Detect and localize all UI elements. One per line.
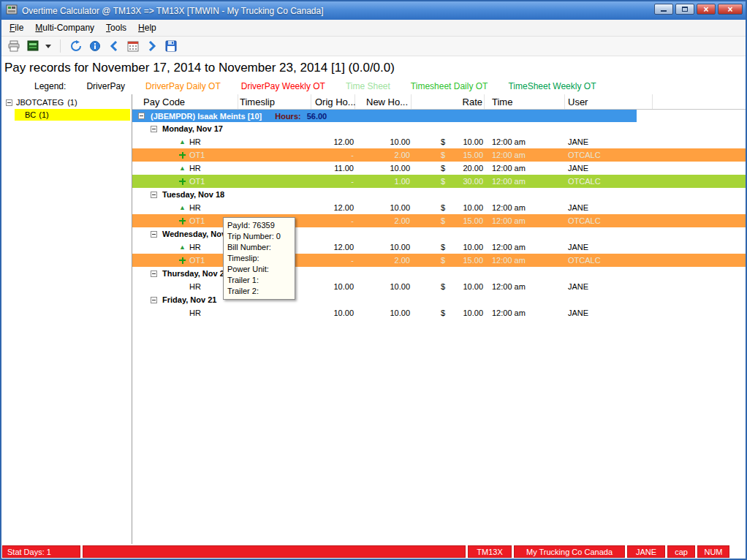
tooltip-line: Timeslip: bbox=[227, 253, 291, 264]
user-cell: JANE bbox=[565, 137, 653, 146]
plus-icon bbox=[179, 257, 186, 264]
user-cell: OTCALC bbox=[565, 177, 653, 186]
pay-record-row[interactable]: ▲HR12.0010.00$10.0012:00 amJANE bbox=[132, 135, 746, 148]
dropdown-arrow-icon bbox=[45, 45, 51, 48]
day-group-row[interactable]: Tuesday, Nov 18 bbox=[132, 188, 746, 201]
day-group-row[interactable]: Monday, Nov 17 bbox=[132, 122, 746, 135]
pay-record-row[interactable]: ▲HR12.0010.00$10.0012:00 amJANE bbox=[132, 201, 746, 214]
new-hours-cell: 10.00 bbox=[355, 243, 412, 251]
no-icon bbox=[179, 284, 186, 290]
refresh-icon bbox=[70, 40, 82, 52]
time-cell: 12:00 am bbox=[485, 151, 565, 159]
close-child-button[interactable]: × bbox=[697, 4, 716, 15]
orig-hours-cell: - bbox=[311, 177, 355, 186]
pay-record-row[interactable]: ▲HR11.0010.00$20.0012:00 amJANE bbox=[132, 162, 746, 175]
tooltip: PayId: 76359Trip Number: 0Bill Number:Ti… bbox=[223, 217, 295, 300]
title-bar: Overtime Calculator @ TM13X => TM13X [TM… bbox=[1, 1, 746, 20]
column-header-user[interactable]: User bbox=[565, 94, 653, 109]
time-cell: 12:00 am bbox=[485, 256, 565, 265]
time-cell: 12:00 am bbox=[485, 243, 565, 251]
new-hours-cell: 10.00 bbox=[355, 137, 412, 146]
column-header-orig-hours[interactable]: Orig Ho... bbox=[311, 94, 355, 109]
collapse-icon[interactable] bbox=[151, 126, 157, 132]
calendar-icon bbox=[127, 40, 139, 52]
print-button[interactable] bbox=[6, 38, 22, 54]
employee-group-row[interactable]: (JBEMPDR) Isaak Meints [10] Hours: 56.00 bbox=[132, 110, 637, 122]
rate-cell: $10.00 bbox=[412, 203, 485, 212]
next-week-button[interactable] bbox=[144, 38, 160, 54]
minimize-button[interactable] bbox=[654, 4, 673, 15]
column-header-timeslip[interactable]: Timeslip bbox=[238, 94, 311, 109]
status-stat-days: Stat Days: 1 bbox=[2, 545, 80, 558]
tooltip-line: Bill Number: bbox=[227, 242, 291, 253]
menu-item-help[interactable]: Help bbox=[132, 20, 162, 35]
collapse-icon[interactable] bbox=[151, 192, 157, 198]
new-hours-cell: 10.00 bbox=[355, 282, 412, 291]
info-button[interactable] bbox=[87, 38, 103, 54]
time-cell: 12:00 am bbox=[485, 164, 565, 173]
pay-code-cell: OT1 bbox=[189, 216, 205, 225]
legend-items: DriverPayDriverPay Daily OTDriverPay Wee… bbox=[86, 81, 596, 91]
status-right: TM13XMy Trucking Co CanadaJANEcapNUM bbox=[468, 545, 729, 558]
tree-item-count: (1) bbox=[67, 98, 77, 107]
tree-item-bc[interactable]: BC (1) bbox=[15, 109, 130, 121]
user-cell: OTCALC bbox=[565, 151, 653, 159]
menu-item-multi-company[interactable]: Multi-Company bbox=[29, 20, 100, 35]
orig-hours-cell: - bbox=[311, 256, 355, 265]
collapse-icon[interactable] bbox=[151, 270, 157, 277]
collapse-icon[interactable] bbox=[138, 113, 145, 119]
orig-hours-cell: 10.00 bbox=[311, 309, 355, 317]
legend-item: Timesheet Daily OT bbox=[411, 81, 488, 91]
printer-icon bbox=[7, 40, 20, 52]
orig-hours-cell: 12.00 bbox=[311, 137, 355, 146]
menu-item-file[interactable]: File bbox=[4, 20, 29, 35]
back-arrow-icon bbox=[110, 41, 118, 51]
calendar-button[interactable] bbox=[125, 38, 141, 54]
column-header-time[interactable]: Time bbox=[485, 94, 565, 109]
day-group-label: Thursday, Nov 20 bbox=[162, 269, 229, 278]
maximize-button[interactable] bbox=[675, 4, 694, 15]
tooltip-line: Trailer 2: bbox=[227, 286, 291, 297]
save-button[interactable] bbox=[163, 38, 179, 54]
rate-cell: $20.00 bbox=[412, 164, 485, 173]
rate-cell: $10.00 bbox=[412, 282, 485, 291]
export-dropdown-button[interactable] bbox=[44, 38, 53, 54]
menu-item-tools[interactable]: Tools bbox=[100, 20, 132, 35]
rate-cell: $30.00 bbox=[412, 177, 485, 186]
orig-hours-cell: 12.00 bbox=[311, 203, 355, 212]
new-hours-cell: 2.00 bbox=[355, 256, 412, 265]
previous-week-button[interactable] bbox=[106, 38, 122, 54]
tree-item-label: BC bbox=[25, 110, 36, 119]
pay-records-table: Pay Code Timeslip Orig Ho... New Ho... R… bbox=[132, 94, 746, 544]
toolbar bbox=[1, 37, 746, 56]
time-cell: 12:00 am bbox=[485, 309, 565, 317]
refresh-button[interactable] bbox=[68, 38, 84, 54]
export-icon bbox=[27, 40, 39, 52]
currency-symbol: $ bbox=[441, 151, 445, 159]
column-header-rate[interactable]: Rate bbox=[412, 94, 485, 109]
collapse-icon[interactable] bbox=[151, 231, 157, 238]
maximize-icon bbox=[682, 7, 688, 12]
collapse-icon[interactable] bbox=[151, 297, 157, 303]
column-header-new-hours[interactable]: New Ho... bbox=[355, 94, 412, 109]
category-tree: JBOTCATEG (1) BC (1) bbox=[1, 94, 132, 544]
rate-cell: $10.00 bbox=[412, 309, 485, 317]
currency-symbol: $ bbox=[441, 256, 445, 265]
column-header-pay-code[interactable]: Pay Code bbox=[132, 94, 238, 109]
table-body: Monday, Nov 17▲HR12.0010.00$10.0012:00 a… bbox=[132, 122, 746, 544]
save-icon bbox=[165, 40, 177, 52]
pay-record-row[interactable]: HR10.0010.00$10.0012:00 amJANE bbox=[132, 306, 746, 319]
rate-cell: $15.00 bbox=[412, 256, 485, 265]
close-button[interactable]: × bbox=[718, 4, 743, 15]
plus-icon bbox=[179, 152, 186, 159]
currency-symbol: $ bbox=[441, 243, 445, 251]
pay-record-row[interactable]: OT1-2.00$15.0012:00 amOTCALC bbox=[132, 148, 746, 162]
new-hours-cell: 10.00 bbox=[355, 203, 412, 212]
pay-record-row[interactable]: OT1-1.00$30.0012:00 amOTCALC bbox=[132, 175, 746, 188]
time-cell: 12:00 am bbox=[485, 203, 565, 212]
forward-arrow-icon bbox=[148, 41, 156, 51]
collapse-icon[interactable] bbox=[6, 99, 12, 106]
export-button[interactable] bbox=[25, 38, 41, 54]
orig-hours-cell: 10.00 bbox=[311, 282, 355, 291]
tree-item-jbotcateg[interactable]: JBOTCATEG (1) bbox=[1, 97, 132, 108]
